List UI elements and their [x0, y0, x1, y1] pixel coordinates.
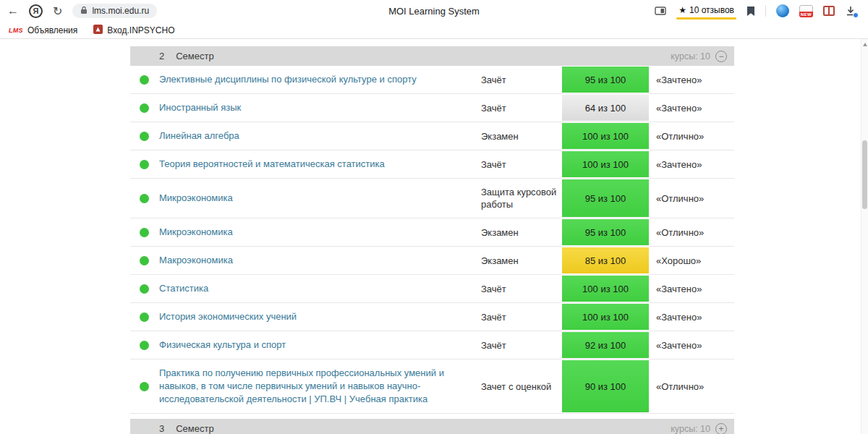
status-dot-icon: [140, 75, 149, 85]
course-link[interactable]: Теория вероятностей и математическая ста…: [159, 158, 385, 171]
back-icon[interactable]: ←: [7, 4, 19, 17]
table-row: Линейная алгебра Экзамен 100 из 100 «Отл…: [130, 122, 734, 150]
course-cell: Иностранный язык: [159, 94, 481, 122]
assessment-type: Экзамен: [481, 122, 562, 150]
scroll-up-arrow-icon[interactable]: [863, 43, 867, 46]
split-screen-icon[interactable]: [655, 6, 666, 16]
score-cell: 95 из 100: [562, 67, 649, 93]
score-cell: 100 из 100: [562, 123, 649, 149]
score-cell: 85 из 100: [562, 247, 649, 273]
courses-count-label: курсы: 10: [671, 51, 710, 61]
grade-text: «Зачтено»: [649, 150, 734, 178]
assessment-type: Защита курсовой работы: [481, 179, 562, 218]
grade-text: «Хорошо»: [649, 247, 734, 274]
bookmark-inpsycho[interactable]: Вход.INPSYCHO: [93, 25, 174, 36]
toolbar-divider: [765, 5, 766, 17]
course-link[interactable]: Элективные дисциплины по физической куль…: [159, 73, 417, 86]
grade-text: «Отлично»: [649, 218, 734, 246]
download-icon[interactable]: [845, 5, 856, 17]
expand-icon[interactable]: +: [715, 423, 727, 434]
status-dot-icon: [140, 312, 149, 322]
bookmark-announcements[interactable]: LMS Объявления: [9, 25, 77, 35]
table-row: Микроэкономика Защита курсовой работы 95…: [130, 179, 734, 218]
download-badge: [853, 12, 859, 18]
grade-text: «Зачтено»: [649, 66, 734, 93]
status-dot-icon: [140, 341, 149, 350]
status-dot-icon: [140, 132, 149, 141]
course-link[interactable]: Микроэкономика: [159, 192, 233, 205]
lms-favicon: LMS: [9, 27, 23, 34]
status-cell: [130, 359, 159, 413]
bookmark-label: Вход.INPSYCHO: [107, 25, 174, 35]
vertical-scrollbar[interactable]: [861, 39, 868, 434]
new-badge: NEW: [799, 12, 813, 17]
new-extension-icon[interactable]: NEW: [799, 5, 813, 17]
table-row: Теория вероятностей и математическая ста…: [130, 150, 734, 179]
course-cell: Линейная алгебра: [159, 122, 481, 150]
address-bar[interactable]: lms.moi.edu.ru: [72, 4, 157, 18]
assessment-type: Зачет с оценкой: [481, 359, 562, 413]
bookmark-flag-icon[interactable]: [746, 6, 755, 17]
assessment-type: Зачёт: [481, 66, 562, 93]
status-dot-icon: [140, 256, 149, 265]
status-cell: [130, 275, 159, 302]
course-link[interactable]: История экономических учений: [159, 310, 297, 323]
lock-icon: [80, 6, 88, 17]
status-dot-icon: [140, 284, 149, 294]
course-cell: История экономических учений: [159, 303, 481, 331]
score-cell: 100 из 100: [562, 151, 649, 177]
grade-text: «Отлично»: [649, 359, 734, 413]
status-dot-icon: [140, 194, 149, 203]
scrollbar-thumb[interactable]: [862, 140, 867, 209]
status-cell: [130, 179, 159, 218]
yandex-profile-icon[interactable]: Я: [29, 4, 43, 18]
grades-page: 2 Семестр курсы: 10 − Элективные дисципл…: [0, 46, 868, 434]
course-link[interactable]: Микроэкономика: [159, 226, 233, 239]
gift-extension-icon[interactable]: [823, 6, 835, 16]
status-cell: [130, 150, 159, 178]
course-link[interactable]: Статистика: [159, 282, 208, 295]
assessment-type: Экзамен: [481, 247, 562, 274]
score-cell: 95 из 100: [562, 219, 649, 245]
grade-text: «Зачтено»: [649, 94, 734, 122]
status-cell: [130, 122, 159, 150]
score-cell: 95 из 100: [562, 179, 649, 217]
browser-toolbar: ← Я ↻ lms.moi.edu.ru MOI Learning System…: [0, 0, 868, 22]
course-cell: Макроэкономика: [159, 247, 481, 274]
reviews-widget[interactable]: ★ 10 отзывов: [676, 1, 736, 20]
course-link[interactable]: Линейная алгебра: [159, 129, 239, 142]
status-cell: [130, 94, 159, 122]
collapse-icon[interactable]: −: [715, 51, 727, 62]
course-link[interactable]: Иностранный язык: [159, 101, 241, 114]
minus-glyph: −: [718, 52, 723, 61]
semester-header: 2 Семестр курсы: 10 −: [130, 46, 734, 66]
course-link[interactable]: Практика по получению первичных професси…: [159, 367, 467, 406]
score-cell: 100 из 100: [562, 276, 649, 302]
score-cell: 64 из 100: [562, 95, 649, 121]
semester-name: Семестр: [176, 51, 213, 61]
browser-extension-icon[interactable]: [776, 4, 789, 17]
table-row: Статистика Зачёт 100 из 100 «Зачтено»: [130, 275, 734, 303]
inpsycho-favicon: [93, 25, 103, 36]
assessment-type: Зачёт: [481, 94, 562, 122]
star-icon: ★: [678, 5, 686, 15]
score-cell: 90 из 100: [562, 360, 649, 412]
grade-text: «Зачтено»: [649, 303, 734, 331]
score-cell: 92 из 100: [562, 332, 649, 358]
assessment-type: Экзамен: [481, 218, 562, 246]
reviews-label: 10 отзывов: [689, 5, 734, 15]
table-row: Микроэкономика Экзамен 95 из 100 «Отличн…: [130, 218, 734, 247]
refresh-icon[interactable]: ↻: [53, 4, 62, 18]
grade-text: «Зачтено»: [649, 331, 734, 359]
assessment-type: Зачёт: [481, 150, 562, 178]
status-cell: [130, 247, 159, 274]
status-dot-icon: [140, 160, 149, 169]
course-link[interactable]: Физическая культура и спорт: [159, 339, 286, 352]
status-dot-icon: [140, 382, 149, 391]
course-link[interactable]: Макроэкономика: [159, 254, 233, 267]
semester-number: 3: [159, 423, 164, 434]
status-dot-icon: [140, 228, 149, 237]
course-cell: Физическая культура и спорт: [159, 331, 481, 359]
status-cell: [130, 303, 159, 331]
table-row: Иностранный язык Зачёт 64 из 100 «Зачтен…: [130, 94, 734, 122]
